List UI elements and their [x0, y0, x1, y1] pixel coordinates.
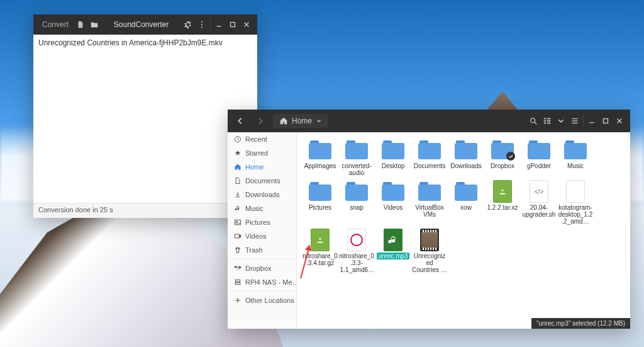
fm-titlebar[interactable]: Home — [228, 110, 630, 132]
file-item[interactable]: Music — [557, 139, 594, 176]
file-label: converted-audio — [339, 162, 374, 176]
file-item[interactable]: Downloads — [448, 139, 484, 176]
script-icon — [530, 180, 548, 203]
folder-icon — [455, 182, 477, 201]
svg-point-7 — [531, 118, 535, 123]
file-item[interactable]: converted-audio — [338, 139, 375, 176]
file-item[interactable]: 20.04-upgrader.sh — [521, 180, 557, 225]
soundconverter-window: Convert SoundConverter Unrecognized Coun… — [33, 14, 257, 218]
sidebar-item-downloads[interactable]: Downloads — [228, 188, 296, 202]
add-folder-icon[interactable] — [87, 18, 101, 31]
svg-rect-12 — [547, 118, 550, 120]
maximize-button[interactable] — [599, 114, 613, 128]
folder-icon — [564, 140, 587, 159]
sidebar-item-dropbox[interactable]: Dropbox — [228, 261, 296, 275]
search-icon[interactable] — [526, 114, 540, 128]
sidebar: Recent Starred Home Documents Downloads … — [228, 132, 297, 329]
file-grid[interactable]: AppImagesconverted-audioDesktopDocuments… — [297, 132, 630, 329]
sidebar-item-music[interactable]: Music — [228, 202, 296, 215]
deb-icon — [347, 229, 366, 251]
sc-file-list[interactable]: Unrecognized Countries in America-fjHHP2… — [33, 35, 257, 203]
file-item[interactable]: nitroshare_0.3.3-1.1_amd64.deb — [338, 229, 375, 273]
file-label: VirtualBox VMs — [412, 204, 447, 218]
file-item[interactable]: AppImages — [302, 139, 338, 176]
chevron-down-icon[interactable] — [316, 118, 322, 124]
menu-icon[interactable] — [195, 18, 209, 31]
back-button[interactable] — [231, 112, 249, 130]
file-label: unrec.mp3 — [377, 253, 409, 259]
sc-titlebar[interactable]: Convert SoundConverter — [33, 14, 257, 35]
sc-file-row[interactable]: Unrecognized Countries in America-fjHHP2… — [38, 38, 252, 47]
sidebar-item-pictures[interactable]: Pictures — [228, 215, 296, 229]
hamburger-menu-icon[interactable] — [568, 114, 582, 128]
file-label: Videos — [384, 204, 402, 211]
sidebar-item-home[interactable]: Home — [228, 160, 296, 174]
file-item[interactable]: Unrecognized Countries … — [411, 229, 448, 273]
sc-status-bar: Conversion done in 25 s — [33, 203, 257, 218]
file-label: xow — [460, 204, 472, 211]
svg-point-2 — [201, 26, 203, 28]
file-item[interactable]: VirtualBox VMs — [411, 180, 448, 225]
file-item[interactable]: unrec.mp3 — [375, 229, 411, 273]
maximize-button[interactable] — [226, 18, 240, 31]
breadcrumb[interactable]: Home — [273, 114, 328, 128]
minimize-button[interactable] — [585, 114, 599, 128]
folder-icon — [528, 140, 550, 159]
svg-rect-9 — [544, 118, 547, 120]
archive-icon — [311, 229, 330, 251]
view-list-icon[interactable] — [540, 114, 554, 128]
file-label: AppImages — [304, 162, 336, 169]
folder-icon — [418, 182, 441, 201]
svg-rect-25 — [235, 234, 240, 238]
sidebar-item-trash[interactable]: Trash — [228, 243, 296, 257]
view-dropdown-icon[interactable] — [554, 114, 568, 128]
file-item[interactable]: gPodder — [521, 139, 557, 176]
file-icon — [566, 180, 585, 203]
sidebar-item-documents[interactable]: Documents — [228, 174, 296, 188]
file-label: nitroshare_0.3.4.tar.gz — [303, 253, 338, 266]
folder-icon — [382, 182, 404, 201]
file-item[interactable]: Videos — [375, 180, 411, 225]
sidebar-item-starred[interactable]: Starred — [228, 146, 296, 160]
convert-button[interactable]: Convert — [37, 20, 74, 29]
folder-icon — [345, 182, 368, 201]
minimize-button[interactable] — [212, 18, 226, 31]
file-item[interactable]: snap — [338, 180, 375, 225]
sidebar-item-videos[interactable]: Videos — [228, 229, 296, 243]
file-item[interactable]: 1.2.2.tar.xz — [484, 180, 521, 225]
file-label: Music — [567, 162, 584, 169]
file-item[interactable]: Dropbox — [484, 139, 521, 176]
close-button[interactable] — [613, 114, 626, 128]
folder-icon — [309, 140, 331, 159]
file-label: Documents — [414, 162, 446, 169]
file-label: Downloads — [450, 162, 481, 169]
file-item[interactable]: Desktop — [375, 139, 411, 176]
archive-icon — [493, 180, 512, 203]
settings-icon[interactable] — [181, 18, 195, 31]
add-file-icon[interactable] — [74, 18, 87, 31]
folder-icon — [418, 140, 441, 159]
close-button[interactable] — [240, 18, 253, 31]
folder-icon — [491, 140, 514, 159]
forward-button[interactable] — [252, 112, 269, 130]
svg-rect-27 — [235, 283, 240, 285]
svg-rect-10 — [544, 120, 547, 122]
file-item[interactable]: kotatogram-desktop_1.2.2_amd… — [557, 180, 594, 225]
sidebar-item-other-locations[interactable]: Other Locations — [228, 293, 296, 307]
file-label: nitroshare_0.3.3-1.1_amd64.deb — [339, 253, 374, 273]
files-window: Home Recent Starred Home Documents Downl… — [228, 110, 630, 329]
file-label: snap — [350, 204, 364, 211]
file-item[interactable]: nitroshare_0.3.4.tar.gz — [302, 229, 338, 273]
sidebar-item-recent[interactable]: Recent — [228, 132, 296, 146]
video-icon — [420, 229, 439, 251]
file-item[interactable]: Pictures — [302, 180, 338, 225]
svg-line-8 — [535, 122, 537, 125]
sidebar-item-nas[interactable]: RPi4 NAS - Me… — [228, 275, 296, 289]
svg-rect-23 — [235, 220, 241, 225]
file-item[interactable]: Documents — [411, 139, 448, 176]
breadcrumb-home[interactable]: Home — [292, 117, 312, 125]
home-icon — [279, 117, 288, 125]
file-label: Desktop — [382, 162, 405, 169]
folder-icon — [455, 140, 477, 159]
file-item[interactable]: xow — [448, 180, 484, 225]
